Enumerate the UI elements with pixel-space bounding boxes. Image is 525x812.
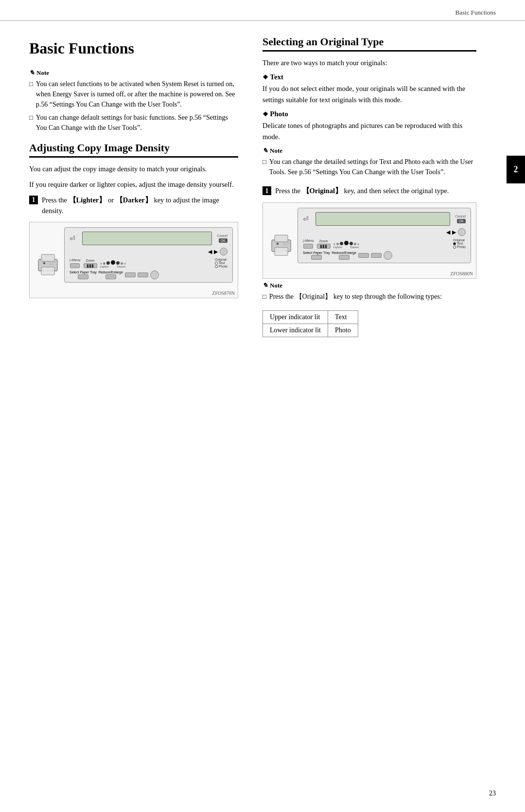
section-heading-original: Selecting an Original Type xyxy=(262,36,476,52)
note-icon-right-2: ✎ xyxy=(262,282,268,289)
table-cell-lower-value: Photo xyxy=(328,324,358,337)
note-item-2: You can change default settings for basi… xyxy=(29,112,238,133)
device-image-inner-1: ⏎ Cancel OK ◀ ▶ xyxy=(30,222,238,289)
svg-rect-15 xyxy=(276,251,286,252)
table-cell-upper-value: Text xyxy=(328,311,358,324)
table-row: Upper indicator lit Text xyxy=(263,311,358,324)
note-label-right-2: ✎ Note xyxy=(262,282,476,289)
page-tab-number: 2 xyxy=(514,164,518,174)
table-cell-lower-label: Lower indicator lit xyxy=(263,324,328,337)
chapter-title: Basic Functions xyxy=(29,39,238,57)
svg-rect-6 xyxy=(43,269,53,270)
photo-subheading: Photo xyxy=(262,110,476,118)
density-body2: If you require darker or lighter copies,… xyxy=(29,179,238,190)
step-text-right-1: Press the 【Original】 key, and then selec… xyxy=(275,186,449,197)
header-title: Basic Functions xyxy=(455,9,496,17)
device-image-1: ⏎ Cancel OK ◀ ▶ xyxy=(29,222,238,298)
image-code-1: ZFOS870N xyxy=(30,289,238,298)
note-label-left: ✎ Note xyxy=(29,69,238,77)
note-item-right-2: Press the 【Original】 key to step through… xyxy=(262,291,476,302)
top-header: Basic Functions xyxy=(0,0,525,21)
indicator-table: Upper indicator lit Text Lower indicator… xyxy=(262,310,358,337)
svg-rect-11 xyxy=(277,243,279,245)
svg-rect-7 xyxy=(43,271,53,271)
panel-with-printer-2: ⏎ Cancel OK ◀ ▶ xyxy=(268,208,471,263)
svg-rect-13 xyxy=(282,244,287,245)
note-block-left: ✎ Note You can select functions to be ac… xyxy=(29,69,238,133)
note-block-right-1: ✎ Note You can change the detailed setti… xyxy=(262,147,476,177)
photo-body: Delicate tones of photographs and pictur… xyxy=(262,120,476,142)
text-subheading: Text xyxy=(262,73,476,81)
left-column: Basic Functions ✎ Note You can select fu… xyxy=(29,36,253,337)
svg-rect-14 xyxy=(276,250,286,251)
panel-with-printer-1: ⏎ Cancel OK ◀ ▶ xyxy=(35,227,233,283)
svg-rect-9 xyxy=(275,235,288,242)
svg-rect-4 xyxy=(49,261,56,263)
density-body1: You can adjust the copy image density to… xyxy=(29,163,238,174)
control-panel-2: ⏎ Cancel OK ◀ ▶ xyxy=(298,208,471,263)
svg-rect-1 xyxy=(41,254,54,261)
step-num-1: 1 xyxy=(29,196,38,204)
note-icon-left: ✎ xyxy=(29,69,35,77)
control-panel-1: ⏎ Cancel OK ◀ ▶ xyxy=(64,227,233,283)
page-tab: 2 xyxy=(507,156,525,183)
original-body1: There are two ways to match your origina… xyxy=(262,57,476,68)
step1-right: 1 Press the 【Original】 key, and then sel… xyxy=(262,186,476,197)
printer-icon-1 xyxy=(35,251,61,281)
right-column: Selecting an Original Type There are two… xyxy=(253,36,476,337)
image-code-2: ZFOS880N xyxy=(263,270,476,278)
main-content: Basic Functions ✎ Note You can select fu… xyxy=(0,21,525,357)
step1-left: 1 Press the 【Lighter】 or 【Darker】 key to… xyxy=(29,195,238,217)
step-num-right-1: 1 xyxy=(262,186,271,195)
note-label-right-1: ✎ Note xyxy=(262,147,476,155)
printer-icon-2 xyxy=(268,231,295,261)
device-image-2: ⏎ Cancel OK ◀ ▶ xyxy=(262,202,476,279)
note-item-right-1: You can change the detailed settings for… xyxy=(262,157,476,177)
step-text-1: Press the 【Lighter】 or 【Darker】 key to a… xyxy=(42,195,238,217)
svg-rect-12 xyxy=(282,242,289,243)
svg-rect-5 xyxy=(49,264,54,265)
text-body: If you do not select either mode, your o… xyxy=(262,83,476,105)
note-block-right-2: ✎ Note Press the 【Original】 key to step … xyxy=(262,282,476,302)
page-number: 23 xyxy=(489,790,496,797)
svg-rect-3 xyxy=(43,262,45,264)
device-image-inner-2: ⏎ Cancel OK ◀ ▶ xyxy=(263,203,476,270)
page-container: Basic Functions 2 Basic Functions ✎ Note… xyxy=(0,0,525,812)
note-icon-right-1: ✎ xyxy=(262,147,268,155)
section-heading-density: Adjusting Copy Image Density xyxy=(29,142,238,158)
note-item-1: You can select functions to be activated… xyxy=(29,79,238,109)
table-cell-upper-label: Upper indicator lit xyxy=(263,311,328,324)
table-row: Lower indicator lit Photo xyxy=(263,324,358,337)
